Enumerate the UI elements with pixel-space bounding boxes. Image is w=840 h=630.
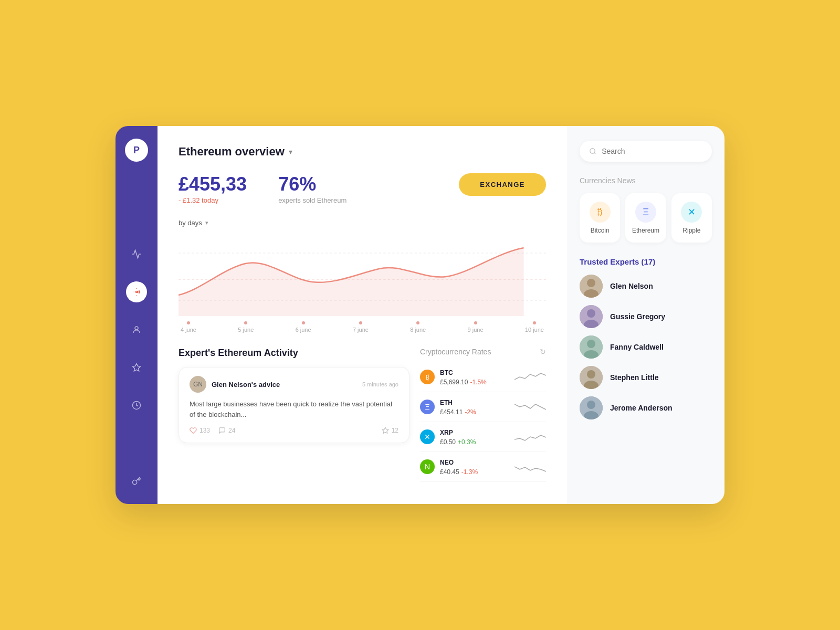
neo-icon: N [420, 459, 435, 474]
page-header: Ethereum overview ▾ [178, 145, 546, 159]
expert-name-jerome: Jerome Anderson [610, 404, 673, 412]
svg-point-23 [587, 401, 595, 409]
currency-card-ethereum[interactable]: Ξ Ethereum [625, 193, 666, 243]
rate-info-eth: ETH £454.11-2% [440, 397, 509, 416]
eth-icon: Ξ [420, 400, 435, 414]
chart-labels: 4 june 5 june 6 june 7 june 8 june 9 jun… [178, 321, 546, 333]
expert-info: GN Glen Nelson's advice [190, 376, 280, 393]
stat-desc: experts sold Ethereum [278, 196, 346, 204]
stats-row: £455,33 - £1.32 today 76% experts sold E… [178, 173, 546, 204]
time-ago: 5 minutes ago [362, 381, 398, 387]
rate-price-btc: £5,699.10 [440, 379, 468, 386]
expert-item-jerome[interactable]: Jerome Anderson [580, 396, 712, 419]
rate-info-neo: NEO £40.45-1.3% [440, 457, 509, 476]
sidebar: P [116, 126, 158, 504]
chart-label: 6 june [296, 321, 311, 333]
rates-header: Cryptocurrency Rates ↻ [420, 348, 546, 356]
expert-name-small: Glen Nelson's advice [212, 381, 280, 388]
expert-item-glen[interactable]: Glen Nelson [580, 275, 712, 298]
expert-name-fanny: Fanny Caldwell [610, 343, 664, 351]
chart-label: 8 june [410, 321, 426, 333]
stat-amount-block: £455,33 - £1.32 today [178, 173, 247, 204]
expert-list: Glen Nelson Gussie Gregory Fanny Caldwel… [580, 275, 712, 419]
expert-avatar-gussie [580, 305, 603, 328]
expert-avatar-stephen [580, 366, 603, 389]
star-icon[interactable] [126, 357, 147, 378]
expert-name-gussie: Gussie Gregory [610, 312, 665, 321]
trusted-experts-title: Trusted Experts (17) [580, 257, 712, 266]
svg-point-8 [590, 149, 595, 153]
likes-count: 133 [200, 427, 210, 434]
btc-icon: ₿ [420, 370, 435, 384]
chevron-down-icon: ▾ [289, 148, 292, 156]
rate-item-btc: ₿ BTC £5,699.10-1.5% [420, 362, 546, 392]
expert-avatar-glen [580, 275, 603, 298]
rate-item-xrp: ✕ XRP £0.50+0.3% [420, 422, 546, 452]
expert-avatar-jerome [580, 396, 603, 419]
expert-item-fanny[interactable]: Fanny Caldwell [580, 335, 712, 359]
svg-point-1 [135, 327, 138, 330]
chart-label: 4 june [181, 321, 196, 333]
activity-title: Expert's Ethereum Activity [178, 348, 410, 359]
currency-card-bitcoin[interactable]: ₿ Bitcoin [580, 193, 620, 243]
clock-icon[interactable] [126, 395, 147, 416]
svg-point-17 [587, 340, 595, 348]
megaphone-icon[interactable] [126, 281, 147, 302]
rate-symbol-xrp: XRP [440, 429, 453, 436]
main-content: Ethereum overview ▾ £455,33 - £1.32 toda… [158, 126, 567, 504]
rate-item-eth: Ξ ETH £454.11-2% [420, 392, 546, 422]
bitcoin-card-name: Bitcoin [591, 227, 610, 234]
chart-header: by days ▾ [178, 219, 546, 227]
svg-line-9 [594, 153, 596, 154]
svg-point-11 [587, 279, 595, 287]
rate-change-xrp: +0.3% [458, 438, 476, 446]
bookmark-action[interactable]: 12 [382, 427, 398, 434]
profile-icon[interactable] [126, 319, 147, 340]
ethereum-card-icon: Ξ [635, 202, 656, 223]
exchange-button[interactable]: EXCHANGE [459, 173, 546, 196]
expert-name-stephen: Stephen Little [610, 373, 659, 382]
rate-symbol-eth: ETH [440, 399, 453, 406]
likes-action[interactable]: 133 [190, 427, 210, 434]
svg-point-0 [136, 291, 138, 293]
expert-item-stephen[interactable]: Stephen Little [580, 366, 712, 389]
rate-symbol-neo: NEO [440, 459, 454, 466]
ripple-card-icon: ✕ [681, 202, 702, 223]
ripple-card-name: Ripple [682, 227, 700, 234]
chart-area [178, 232, 546, 316]
svg-marker-2 [133, 364, 141, 371]
rate-item-neo: N NEO £40.45-1.3% [420, 452, 546, 482]
bookmarks-count: 12 [392, 427, 398, 434]
activity-card: GN Glen Nelson's advice 5 minutes ago Mo… [178, 367, 410, 443]
rate-price-xrp: £0.50 [440, 438, 456, 446]
rate-info-btc: BTC £5,699.10-1.5% [440, 368, 509, 386]
rate-price-eth: £454.11 [440, 408, 463, 416]
chart-filter-chevron: ▾ [205, 219, 208, 226]
search-box [580, 141, 712, 162]
right-panel: Currencies News ₿ Bitcoin Ξ Ethereum ✕ R… [567, 126, 724, 504]
search-input[interactable] [602, 147, 702, 155]
search-icon [589, 147, 596, 155]
refresh-icon[interactable]: ↻ [540, 348, 546, 356]
comments-action[interactable]: 24 [218, 427, 235, 434]
rates-title: Cryptocurrency Rates [420, 348, 491, 356]
rates-section: Cryptocurrency Rates ↻ ₿ BTC £5,699.10-1… [420, 348, 546, 482]
chart-filter[interactable]: by days [178, 219, 202, 227]
activity-text: Most large businesses have been quick to… [190, 399, 398, 419]
stat-amount: £455,33 [178, 173, 247, 195]
currency-card-ripple[interactable]: ✕ Ripple [671, 193, 712, 243]
key-icon[interactable] [126, 470, 147, 491]
chart-label: 10 june [525, 321, 544, 333]
rate-price-neo: £40.45 [440, 468, 459, 476]
comments-count: 24 [228, 427, 235, 434]
stat-percent: 76% [278, 173, 346, 195]
ethereum-card-name: Ethereum [632, 227, 659, 234]
stat-percent-block: 76% experts sold Ethereum [278, 173, 346, 204]
activity-section: Expert's Ethereum Activity GN Glen Nelso… [178, 348, 410, 482]
expert-item-gussie[interactable]: Gussie Gregory [580, 305, 712, 328]
chart-label: 9 june [468, 321, 484, 333]
activity-icon[interactable] [126, 244, 147, 265]
sidebar-logo[interactable]: P [125, 139, 148, 162]
stat-change: - £1.32 today [178, 196, 247, 204]
rate-change-eth: -2% [465, 408, 476, 416]
